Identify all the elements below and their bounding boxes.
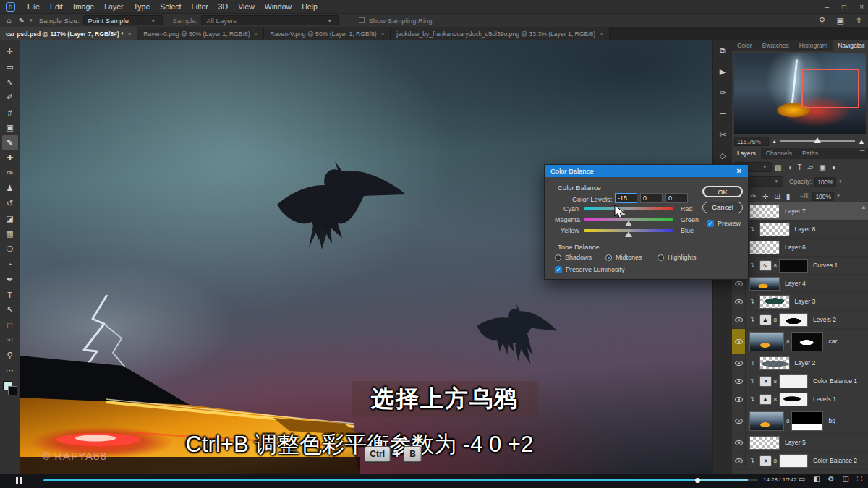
crop-tool[interactable]: # — [2, 105, 18, 120]
eye-icon[interactable] — [735, 419, 743, 424]
filter-smart-object-icon[interactable]: ▣ — [819, 163, 825, 171]
panel-tab-channels[interactable]: Channels — [761, 148, 797, 159]
slider-thumb[interactable] — [625, 231, 632, 237]
brush-settings-icon[interactable]: ✑ — [715, 85, 731, 100]
dialog-title-bar[interactable]: Color Balance ✕ — [545, 165, 748, 177]
layer-mask-thumbnail[interactable] — [779, 454, 808, 468]
clone-source-icon[interactable]: ⧉ — [715, 43, 731, 58]
layer-mask-thumbnail[interactable] — [779, 374, 808, 388]
midtones-radio[interactable] — [605, 254, 612, 261]
rectangle-tool[interactable]: □ — [2, 317, 18, 333]
lasso-tool[interactable]: ∿ — [2, 74, 18, 90]
preserve-luminosity-checkbox[interactable]: ✓ — [555, 266, 562, 273]
menu-edit[interactable]: Edit — [45, 0, 68, 14]
scissors-icon[interactable]: ✂ — [715, 127, 731, 142]
layer-row[interactable]: ↴▲8Levels 1 — [732, 390, 868, 408]
layer-mask-thumbnail[interactable] — [791, 411, 823, 431]
clone-stamp-tool[interactable]: ♟ — [2, 181, 18, 196]
layer-mask-thumbnail[interactable] — [779, 313, 808, 327]
workspace-icon[interactable]: ▣ — [836, 14, 843, 27]
layer-row[interactable]: ↴◑8Color Balance 2 — [732, 452, 868, 470]
eye-icon[interactable] — [735, 397, 743, 402]
sample-dropdown[interactable]: All Layers ▾ — [201, 15, 339, 25]
brush-tool[interactable]: ✑ — [2, 166, 18, 181]
layer-thumbnail[interactable] — [760, 356, 790, 370]
panel-menu-icon[interactable]: ☰ — [859, 42, 865, 49]
magenta-green-slider[interactable] — [584, 218, 673, 221]
shadows-radio[interactable] — [555, 254, 561, 261]
visibility-cell[interactable] — [732, 311, 746, 328]
layer-mask-thumbnail[interactable] — [779, 393, 808, 406]
menu-layer[interactable]: Layer — [99, 0, 128, 14]
menu-type[interactable]: Type — [128, 0, 155, 14]
lock-artboard-icon[interactable]: ⊡ — [774, 192, 780, 200]
gradient-tool[interactable]: ▦ — [2, 226, 18, 241]
adjustment-layer-icon[interactable]: ▲ — [760, 394, 772, 405]
tab-close-icon[interactable]: × — [255, 31, 258, 38]
move-tool[interactable]: ✛ — [2, 44, 18, 59]
tab-close-icon[interactable]: × — [381, 31, 385, 38]
filter-type-icon[interactable]: T — [798, 163, 802, 171]
eye-icon[interactable] — [735, 458, 743, 463]
menu-window[interactable]: Window — [260, 0, 297, 14]
visibility-cell[interactable] — [732, 408, 746, 433]
layer-row[interactable]: ↴Layer 8 — [732, 221, 868, 239]
zoom-out-icon[interactable]: ▲ — [772, 139, 777, 144]
color-level-input-1[interactable] — [615, 193, 637, 203]
panel-tab-histogram[interactable]: Histogram — [794, 40, 833, 51]
adjustment-layer-icon[interactable]: ◑ — [760, 376, 772, 387]
zoom-in-icon[interactable]: ▲ — [858, 137, 865, 145]
layer-row[interactable]: ↴∿8Curves 1 — [732, 257, 868, 275]
show-sampling-ring-checkbox[interactable] — [359, 17, 365, 23]
maximize-button[interactable]: □ — [842, 0, 846, 14]
visibility-cell[interactable] — [732, 293, 746, 310]
filter-shape-icon[interactable]: ▱ — [808, 163, 814, 171]
chevron-down-icon[interactable]: ▾ — [30, 17, 33, 23]
layer-thumbnail[interactable] — [749, 411, 784, 431]
eye-icon[interactable] — [735, 317, 743, 322]
pip-icon[interactable]: ◫ — [843, 475, 849, 484]
eye-icon[interactable] — [735, 440, 743, 445]
document-tab[interactable]: Raven-0.png @ 50% (Layer 1, RGB/8)× — [137, 27, 264, 40]
navigator-preview[interactable] — [734, 53, 866, 134]
document-tab[interactable]: jackdaw_by_frankandcarydock_d5ol39o.png … — [391, 27, 609, 40]
layer-row[interactable]: ↴▲8Levels 2 — [732, 311, 868, 329]
toolbar-ellipsis[interactable]: ⋯ — [2, 363, 18, 378]
filter-image-icon[interactable]: ▤ — [775, 163, 781, 171]
panel-tab-color[interactable]: Color — [732, 40, 757, 51]
layer-thumbnail[interactable] — [760, 223, 790, 236]
navigator-proxy-rect[interactable] — [801, 69, 859, 108]
search-icon[interactable]: ⚲ — [819, 14, 825, 27]
lock-position-icon[interactable]: ✛ — [762, 192, 768, 200]
share-icon[interactable]: ⇧ — [856, 14, 862, 27]
settings-gear-icon[interactable]: ⚙ — [828, 475, 835, 484]
dodge-tool[interactable]: ◔ — [2, 257, 18, 272]
color-level-input-2[interactable] — [640, 193, 663, 203]
opacity-value[interactable]: 100% — [814, 177, 836, 187]
fill-value[interactable]: 100% — [812, 192, 834, 201]
ok-button[interactable]: OK — [702, 186, 743, 197]
layer-thumbnail[interactable] — [749, 241, 780, 254]
marquee-tool[interactable]: ▭ — [2, 59, 18, 74]
layer-row[interactable]: Layer 4 — [732, 275, 868, 293]
layer-row[interactable]: ↴Layer 3 — [732, 293, 868, 311]
highlights-radio[interactable] — [658, 254, 664, 261]
subtitle-icon[interactable]: ▭ — [799, 475, 805, 484]
layer-thumbnail[interactable] — [749, 436, 780, 450]
lock-pixels-icon[interactable]: ✑ — [750, 192, 756, 200]
navigator-zoom-slider[interactable] — [780, 140, 855, 142]
hand-tool[interactable]: ☜ — [2, 333, 18, 348]
type-tool[interactable]: T — [2, 287, 18, 302]
visibility-cell[interactable] — [732, 452, 746, 469]
sample-size-dropdown[interactable]: Point Sample ▾ — [83, 15, 163, 25]
path-selection-tool[interactable]: ↖ — [2, 302, 18, 317]
danmaku-icon[interactable]: ◧ — [813, 475, 820, 484]
filter-pin-icon[interactable]: ● — [832, 163, 836, 171]
layer-row[interactable]: ↴◑8Color Balance 1 — [732, 372, 868, 390]
layer-mask-thumbnail[interactable] — [791, 332, 823, 351]
eye-icon[interactable] — [735, 361, 743, 366]
healing-brush-tool[interactable]: ✚ — [2, 150, 18, 166]
eye-icon[interactable] — [735, 379, 743, 384]
tab-close-icon[interactable]: × — [600, 31, 603, 38]
layer-row[interactable]: 8car — [732, 329, 868, 354]
